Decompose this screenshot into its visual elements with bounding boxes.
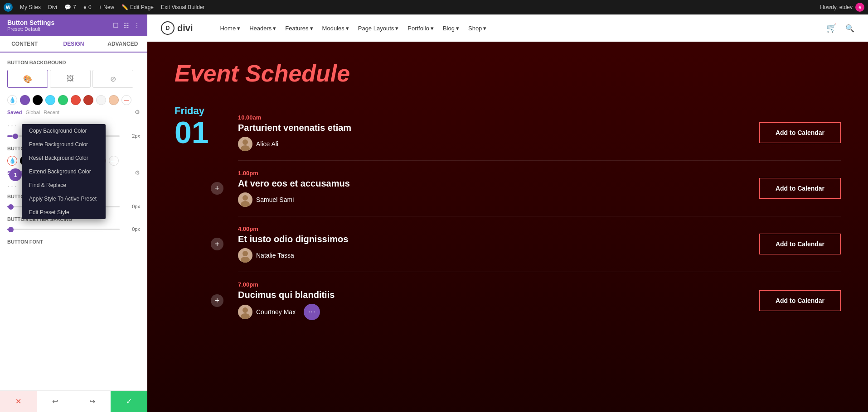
color-swatch-black[interactable] bbox=[33, 95, 43, 105]
color-tab-saved[interactable]: Saved bbox=[7, 110, 22, 115]
panel-undo-btn[interactable]: ↩ bbox=[37, 391, 73, 412]
color-tab-global[interactable]: Global bbox=[25, 110, 40, 115]
nav-portfolio[interactable]: Portfolio ▾ bbox=[407, 25, 434, 32]
color-tab-recent[interactable]: Recent bbox=[44, 110, 59, 115]
bg-type-gradient-btn[interactable]: ⊘ bbox=[92, 70, 133, 88]
nav-cart-icon[interactable]: 🛒 bbox=[826, 23, 836, 33]
color-settings-gear[interactable]: ⚙ bbox=[135, 109, 140, 115]
bg-gradient-icon: ⊘ bbox=[110, 75, 116, 83]
nav-blog[interactable]: Blog ▾ bbox=[443, 25, 459, 32]
event-row-3: + 4.00pm Et iusto odio dignissimos Natal… bbox=[238, 216, 841, 272]
color-swatch-darkred[interactable] bbox=[83, 95, 93, 105]
nav-home[interactable]: Home ▾ bbox=[220, 25, 240, 32]
speaker-name-4: Courtney Max bbox=[256, 308, 296, 316]
context-copy-bg-color[interactable]: Copy Background Color bbox=[22, 124, 106, 138]
new-link[interactable]: + New bbox=[99, 4, 114, 10]
event-row-1: 10.00am Parturient venenatis etiam Alice… bbox=[238, 105, 841, 161]
context-extend-bg-color[interactable]: Extend Background Color bbox=[22, 165, 106, 178]
event-info-2: 1.00pm At vero eos et accusamus Samuel S… bbox=[238, 170, 750, 207]
event-content: Event Schedule Friday 01 10.00am Parturi… bbox=[147, 42, 868, 412]
panel-layout-icon[interactable]: ☷ bbox=[123, 22, 129, 29]
context-edit-preset-style[interactable]: Edit Preset Style bbox=[22, 206, 106, 219]
add-section-btn-2[interactable]: + bbox=[211, 182, 223, 195]
add-to-calendar-btn-4[interactable]: Add to Calendar bbox=[759, 290, 841, 311]
site-logo: D divi bbox=[161, 21, 193, 35]
panel-title: Button Settings bbox=[7, 19, 54, 26]
panel-more-icon[interactable]: ⋮ bbox=[134, 22, 140, 29]
tab-design[interactable]: Design bbox=[49, 36, 98, 53]
panel-close-btn[interactable]: ✕ bbox=[0, 391, 37, 412]
add-section-btn-4[interactable]: + bbox=[211, 294, 223, 307]
svg-point-6 bbox=[242, 307, 248, 313]
context-find-replace[interactable]: Find & Replace bbox=[22, 178, 106, 192]
add-to-calendar-btn-2[interactable]: Add to Calendar bbox=[759, 178, 841, 199]
comments-link[interactable]: 💬 7 bbox=[64, 4, 76, 10]
context-paste-bg-color[interactable]: Paste Background Color bbox=[22, 138, 106, 151]
nav-features[interactable]: Features ▾ bbox=[285, 25, 313, 32]
add-to-calendar-btn-1[interactable]: Add to Calendar bbox=[759, 122, 841, 143]
border-eyedropper-btn[interactable]: 💧 bbox=[7, 156, 17, 166]
letter-spacing-slider-row: 0px bbox=[7, 226, 140, 232]
day-label: Friday 01 bbox=[175, 105, 229, 148]
context-apply-active-preset[interactable]: Apply Style To Active Preset bbox=[22, 192, 106, 206]
panel-content: Button Background 🎨 🖼 ⊘ 💧 bbox=[0, 53, 147, 390]
border-clear-btn[interactable]: — bbox=[109, 156, 119, 166]
nav-page-layouts[interactable]: Page Layouts ▾ bbox=[358, 25, 399, 32]
site-logo-circle: D bbox=[161, 21, 175, 35]
add-section-btn-3[interactable]: + bbox=[211, 238, 223, 250]
right-content: D divi Home ▾ Headers ▾ Features ▾ Modul… bbox=[147, 14, 868, 412]
svg-point-4 bbox=[242, 251, 248, 256]
edit-page-link[interactable]: ✏️ Edit Page bbox=[121, 4, 154, 10]
panel-header-icons: ☐ ☷ ⋮ bbox=[113, 22, 140, 29]
exit-vb-link[interactable]: Exit Visual Builder bbox=[161, 4, 205, 10]
tab-advanced[interactable]: Advanced bbox=[98, 36, 147, 53]
circle-step-indicator: 1 bbox=[9, 168, 22, 181]
event-speaker-3: Natalie Tassa bbox=[238, 248, 750, 263]
event-info-4: 7.00pm Ducimus qui blanditiis Courtney M… bbox=[238, 281, 750, 320]
color-swatch-green[interactable] bbox=[58, 95, 68, 105]
site-nav: D divi Home ▾ Headers ▾ Features ▾ Modul… bbox=[147, 14, 868, 42]
border-radius-value: 0px bbox=[124, 204, 140, 209]
tab-content[interactable]: Content bbox=[0, 36, 49, 53]
context-reset-bg-color[interactable]: Reset Background Color bbox=[22, 151, 106, 165]
user-avatar: e bbox=[855, 3, 864, 12]
color-swatch-cyan[interactable] bbox=[45, 95, 55, 105]
panel-redo-btn[interactable]: ↪ bbox=[74, 391, 111, 412]
my-sites-link[interactable]: My Sites bbox=[20, 4, 41, 10]
section-bg-title: Button Background bbox=[7, 60, 140, 65]
color-swatch-white[interactable] bbox=[96, 95, 106, 105]
speaker-name-2: Samuel Sami bbox=[256, 196, 294, 203]
panel-save-btn[interactable]: ✓ bbox=[111, 391, 147, 412]
border-color-settings-gear[interactable]: ⚙ bbox=[135, 169, 140, 176]
event-time-1: 10.00am bbox=[238, 114, 750, 121]
letter-spacing-track[interactable] bbox=[7, 229, 120, 230]
color-swatch-peach[interactable] bbox=[109, 95, 119, 105]
nav-shop[interactable]: Shop ▾ bbox=[468, 25, 486, 32]
color-palette-row: 💧 — bbox=[7, 95, 140, 105]
nav-modules[interactable]: Modules ▾ bbox=[322, 25, 349, 32]
nav-headers[interactable]: Headers ▾ bbox=[249, 25, 276, 32]
add-to-calendar-btn-3[interactable]: Add to Calendar bbox=[759, 234, 841, 254]
nav-search-icon[interactable]: 🔍 bbox=[845, 24, 854, 33]
color-swatch-red[interactable] bbox=[71, 95, 81, 105]
more-options-btn[interactable]: ··· bbox=[304, 304, 320, 320]
speaker-name-1: Alice Ali bbox=[256, 140, 278, 148]
bg-type-color-btn[interactable]: 🎨 bbox=[7, 70, 48, 88]
bg-type-image-btn[interactable]: 🖼 bbox=[50, 70, 91, 88]
speaker-avatar-4 bbox=[238, 305, 252, 319]
event-name-4: Ducimus qui blanditiis bbox=[238, 290, 750, 300]
panel-bottom-toolbar: ✕ ↩ ↪ ✓ bbox=[0, 390, 147, 412]
events-list: 10.00am Parturient venenatis etiam Alice… bbox=[238, 105, 841, 329]
clear-color-btn[interactable]: — bbox=[121, 95, 131, 105]
bg-image-icon: 🖼 bbox=[67, 75, 74, 83]
wp-logo[interactable]: W bbox=[4, 3, 13, 12]
panel-eye-icon[interactable]: ☐ bbox=[113, 22, 119, 29]
panel-header: Button Settings Preset: Default ☐ ☷ ⋮ bbox=[0, 14, 147, 36]
event-name-3: Et iusto odio dignissimos bbox=[238, 234, 750, 244]
bubble-link[interactable]: ● 0 bbox=[83, 4, 92, 10]
letter-spacing-slider: 0px bbox=[7, 226, 140, 232]
eyedropper-btn[interactable]: 💧 bbox=[7, 95, 17, 105]
divi-link[interactable]: Divi bbox=[48, 4, 57, 10]
color-swatch-purple[interactable] bbox=[20, 95, 30, 105]
svg-point-0 bbox=[242, 139, 248, 145]
